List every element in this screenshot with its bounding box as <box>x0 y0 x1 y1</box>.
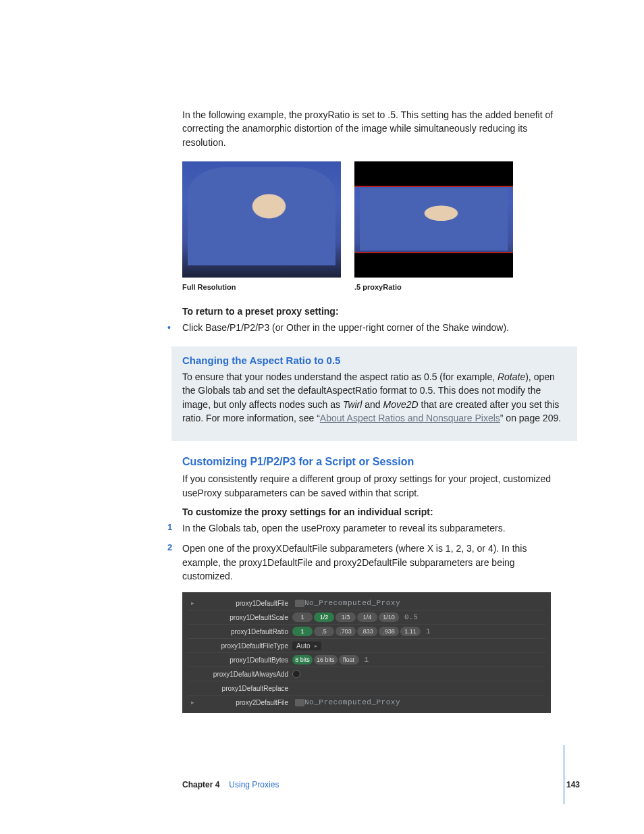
callout-body: To ensure that your nodes understand the… <box>182 370 566 425</box>
option-pill[interactable]: 1.11 <box>400 627 421 636</box>
param-label: proxy2DefaultFile <box>197 699 292 706</box>
param-value-readout: 0.5 <box>404 613 418 621</box>
param-value-readout: 1 <box>365 656 369 664</box>
option-pill[interactable]: 1 <box>292 613 313 622</box>
param-text-value[interactable]: No_Precomputed_Proxy <box>304 599 400 607</box>
param-label: proxy1DefaultScale <box>197 614 292 621</box>
param-label: proxy1DefaultRatio <box>197 628 292 635</box>
intro-paragraph: In the following example, the proxyRatio… <box>182 108 566 149</box>
param-label: proxy1DefaultFile <box>197 600 292 607</box>
folder-icon[interactable] <box>295 600 304 607</box>
option-pill[interactable]: 1/4 <box>357 613 377 622</box>
param-field: 1.5.703.833.9381.111 <box>292 627 545 636</box>
footer-rule <box>564 745 564 804</box>
footer-chapter-label: Chapter 4 <box>182 780 219 789</box>
return-heading: To return to a preset proxy setting: <box>182 306 566 317</box>
param-text-value[interactable]: No_Precomputed_Proxy <box>304 698 400 706</box>
option-pill[interactable]: 1/3 <box>336 613 356 622</box>
parameters-panel: ▸proxy1DefaultFileNo_Precomputed_Proxypr… <box>182 592 551 713</box>
figure-full-resolution <box>182 161 341 278</box>
list-item: 2 Open one of the proxyXDefaultFile subp… <box>167 542 566 583</box>
tree-toggle-icon[interactable]: ▸ <box>188 699 197 706</box>
figure-half-proxyratio <box>354 161 513 278</box>
option-pill[interactable]: 1/10 <box>379 613 399 622</box>
option-pill[interactable]: .5 <box>314 627 334 636</box>
option-pill[interactable]: 1/2 <box>314 613 334 622</box>
step-text: In the Globals tab, open the useProxy pa… <box>182 521 566 535</box>
return-bullet-row: • Click Base/P1/P2/P3 (or Other in the u… <box>167 321 566 334</box>
option-pill[interactable]: 1 <box>292 627 313 636</box>
step-number: 2 <box>167 542 182 583</box>
param-row: proxy1DefaultBytes8 bits16 bitsfloat1 <box>188 652 545 667</box>
param-row: proxy1DefaultAlwaysAdd <box>188 667 545 681</box>
param-field: Auto▸ <box>292 642 545 650</box>
step-number: 1 <box>167 521 182 535</box>
param-row: ▸proxy1DefaultFileNo_Precomputed_Proxy <box>188 596 545 610</box>
section2-paragraph: If you consistently require a different … <box>182 472 566 500</box>
page-footer: Chapter 4 Using Proxies 143 <box>182 780 580 789</box>
bullet-marker-icon: • <box>167 321 182 334</box>
param-field <box>292 670 545 678</box>
figure-row <box>182 161 566 278</box>
step-text: Open one of the proxyXDefaultFile subpar… <box>182 542 566 583</box>
folder-icon[interactable] <box>295 699 304 706</box>
tree-toggle-icon[interactable]: ▸ <box>188 600 197 606</box>
param-label: proxy1DefaultFileType <box>197 642 292 650</box>
footer-chapter-title: Using Proxies <box>229 780 279 789</box>
option-pill[interactable]: .703 <box>336 627 356 636</box>
param-row: proxy1DefaultScale11/21/31/41/100.5 <box>188 610 545 624</box>
param-label: proxy1DefaultBytes <box>197 656 292 664</box>
param-dropdown[interactable]: Auto▸ <box>292 642 321 650</box>
option-pill[interactable]: 16 bits <box>314 655 338 664</box>
figure-caption-right: .5 proxyRatio <box>354 283 513 291</box>
option-pill[interactable]: float <box>339 655 359 664</box>
section-title-customizing: Customizing P1/P2/P3 for a Script or Ses… <box>182 456 566 468</box>
param-row: proxy1DefaultFileTypeAuto▸ <box>188 638 545 652</box>
param-row: ▸proxy2DefaultFileNo_Precomputed_Proxy <box>188 695 545 709</box>
customize-steps-list: 1 In the Globals tab, open the useProxy … <box>167 521 566 583</box>
callout-link[interactable]: About Aspect Ratios and Nonsquare Pixels <box>320 413 500 423</box>
param-field: No_Precomputed_Proxy <box>304 698 545 706</box>
param-field: 8 bits16 bitsfloat1 <box>292 655 545 664</box>
callout-title: Changing the Aspect Ratio to 0.5 <box>182 355 566 366</box>
param-radio[interactable] <box>292 670 300 678</box>
callout-box: Changing the Aspect Ratio to 0.5 To ensu… <box>171 346 577 441</box>
param-label: proxy1DefaultReplace <box>197 685 292 692</box>
param-field: No_Precomputed_Proxy <box>304 599 545 607</box>
chevron-down-icon: ▸ <box>315 643 317 649</box>
param-row: proxy1DefaultReplace <box>188 681 545 695</box>
option-pill[interactable]: 8 bits <box>292 655 313 664</box>
option-pill[interactable]: .833 <box>357 627 377 636</box>
footer-page-number: 143 <box>566 780 580 789</box>
customize-steps-heading: To customize the proxy settings for an i… <box>182 506 566 517</box>
option-pill[interactable]: .938 <box>379 627 399 636</box>
param-field: 11/21/31/41/100.5 <box>292 613 545 622</box>
list-item: 1 In the Globals tab, open the useProxy … <box>167 521 566 535</box>
param-value-readout: 1 <box>426 627 431 635</box>
param-label: proxy1DefaultAlwaysAdd <box>197 671 292 678</box>
figure-caption-left: Full Resolution <box>182 283 341 291</box>
return-bullet-text: Click Base/P1/P2/P3 (or Other in the upp… <box>182 321 566 334</box>
param-row: proxy1DefaultRatio1.5.703.833.9381.111 <box>188 624 545 638</box>
